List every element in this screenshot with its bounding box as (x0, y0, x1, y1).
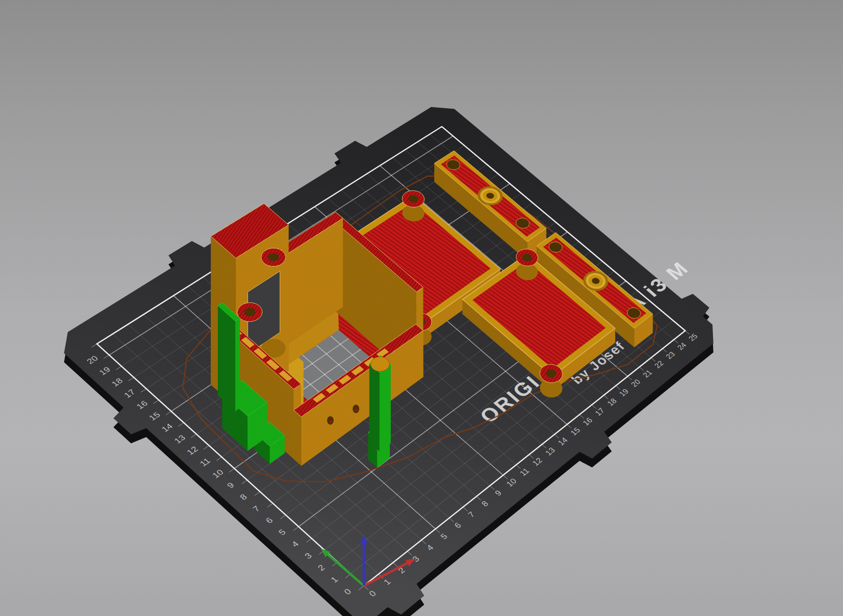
slicer-3d-viewport[interactable]: 0123456789101112131415161718192021222324… (0, 0, 843, 616)
support-pillar (370, 356, 391, 452)
scene-canvas[interactable]: 0123456789101112131415161718192021222324… (0, 0, 843, 616)
overhang-blob (370, 357, 389, 371)
